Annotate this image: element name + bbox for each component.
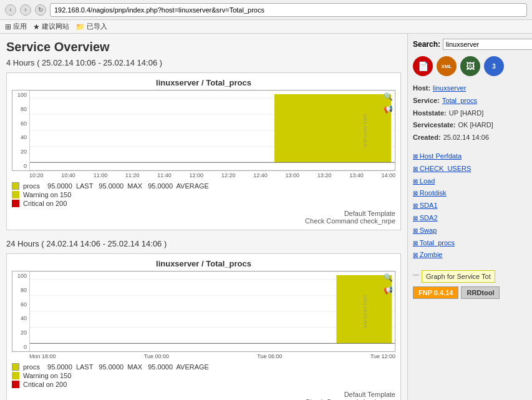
graph1-area: 100 80 60 40 20 0	[12, 90, 395, 171]
host-value[interactable]: linuxserver	[433, 82, 466, 95]
graph1-container: linuxserver / Total_procs 100 80 60 40 2…	[6, 72, 401, 230]
nav-check-users[interactable]: CHECK_USERS	[413, 163, 527, 175]
xml-icon[interactable]: XML	[437, 56, 457, 76]
browser-bar: ‹ › ↻	[0, 0, 532, 20]
sidebar: Search: 📄 XML 🖼 3 Host: linuxserver Serv…	[407, 34, 532, 400]
bookmark-suggestions-label: 建议网站	[42, 22, 69, 31]
pdf-icon[interactable]: 📄	[413, 56, 433, 76]
bookmark-apps-label: 应用	[13, 22, 27, 31]
nav-sda1[interactable]: SDA1	[413, 200, 527, 212]
content-area: Service Overview 4 Hours ( 25.02.14 10:0…	[0, 34, 407, 400]
folder-icon: 📁	[75, 22, 85, 31]
service-row: Service: Total_procs	[413, 95, 527, 107]
bookmark-suggestions[interactable]: ★ 建议网站	[33, 22, 69, 31]
refresh-button[interactable]: ↻	[35, 4, 46, 16]
graph2-y-axis: 100 80 60 40 20 0	[12, 271, 30, 351]
legend2-color-procs	[12, 363, 19, 371]
speaker2-icon[interactable]: 📢	[383, 286, 393, 296]
nav-zombie[interactable]: Zombie	[413, 249, 527, 261]
critical2-color	[12, 381, 19, 388]
host-label: Host:	[413, 82, 430, 95]
graph-service-tooltip: Graph for Service Tot	[422, 270, 495, 283]
address-bar[interactable]	[50, 3, 527, 17]
graph2-legend: procs 95.0000 LAST 95.0000 MAX 95.0000 A…	[12, 363, 395, 388]
apps-icon: ⊞	[5, 22, 11, 31]
graph1-icons[interactable]: 🔍 📢	[383, 92, 393, 115]
fnp-button[interactable]: FNP 0.4.14	[413, 286, 458, 299]
nav-swap[interactable]: Swap	[413, 225, 527, 237]
graph2-warning-row: Warning on 150	[12, 372, 395, 379]
nav-total-procs[interactable]: Total_procs	[413, 237, 527, 250]
graph2-template: Default Template Check Command check_nrp…	[12, 391, 395, 400]
graph2-container: linuxserver / Total_procs 100 80 60 40 2…	[6, 253, 401, 400]
graph1-critical-label: Critical on 200	[23, 200, 67, 207]
servicestate-label: Servicestate:	[413, 119, 456, 132]
icon-row: 📄 XML 🖼 3	[413, 56, 527, 76]
graph1-critical-row: Critical on 200	[12, 200, 395, 207]
svg-rect-5	[274, 94, 391, 162]
zoom-icon[interactable]: 🔍	[383, 92, 393, 102]
graph2-x-axis: Mon 18:00 Tue 00:00 Tue 06:00 Tue 12:00	[12, 352, 395, 359]
forward-button[interactable]: ›	[20, 4, 31, 16]
hoststate-label: Hoststate:	[413, 107, 447, 120]
main-layout: Service Overview 4 Hours ( 25.02.14 10:0…	[0, 34, 532, 400]
graph2-critical-label: Critical on 200	[23, 381, 67, 388]
service-label: Service:	[413, 95, 440, 107]
hoststate-row: Hoststate: UP [HARD]	[413, 107, 527, 120]
graph2-warning-label: Warning on 150	[23, 372, 71, 379]
graph2-side-label: 1001 OUTLIER	[362, 295, 368, 329]
graph1-side-label: 1001 OUTLIER	[362, 114, 368, 148]
graph1-time-label: 4 Hours ( 25.02.14 10:06 - 25.02.14 14:0…	[6, 58, 401, 67]
bookmarks-bar: ⊞ 应用 ★ 建议网站 📁 已导入	[0, 20, 532, 34]
nav-sda2[interactable]: SDA2	[413, 212, 527, 225]
page-title: Service Overview	[6, 40, 401, 54]
search-label: Search:	[413, 40, 440, 49]
graph1-warning-label: Warning on 150	[23, 191, 71, 198]
servicestate-value: OK [HARD]	[458, 119, 493, 132]
graph1-x-axis: 10:20 10:40 11:00 11:20 11:40 12:00 12:2…	[12, 171, 395, 178]
bookmark-imported-label: 已导入	[87, 22, 107, 31]
nav-links: Host Perfdata CHECK_USERS Load Rootdisk …	[413, 150, 527, 261]
graph2-title: linuxserver / Total_procs	[12, 259, 395, 268]
wave-icon: 〰	[413, 272, 419, 279]
bookmark-imported[interactable]: 📁 已导入	[75, 22, 107, 31]
star-icon: ★	[33, 22, 40, 31]
footer-buttons: FNP 0.4.14 RRDtool	[413, 286, 527, 299]
graph1-legend-procs: procs 95.0000 LAST 95.0000 MAX 95.0000 A…	[12, 182, 395, 190]
graph1-legend: procs 95.0000 LAST 95.0000 MAX 95.0000 A…	[12, 182, 395, 207]
rrd-button[interactable]: RRDtool	[461, 286, 500, 299]
legend-color-procs	[12, 182, 19, 190]
img-icon[interactable]: 🖼	[460, 56, 480, 76]
graph2-icons[interactable]: 🔍 📢	[383, 273, 393, 296]
zoom2-icon[interactable]: 🔍	[383, 273, 393, 283]
graph2-inner: 1001 OUTLIER	[30, 271, 395, 351]
warning2-color	[12, 372, 19, 379]
cal-icon[interactable]: 3	[484, 56, 504, 76]
critical-color	[12, 200, 19, 207]
nav-rootdisk[interactable]: Rootdisk	[413, 187, 527, 200]
service-value[interactable]: Total_procs	[442, 95, 477, 107]
speaker-icon[interactable]: 📢	[383, 105, 393, 115]
legend-procs-name: procs	[23, 182, 40, 190]
back-button[interactable]: ‹	[5, 4, 16, 16]
graph2-svg	[30, 271, 395, 351]
search-row: Search:	[413, 39, 527, 50]
legend2-procs-name: procs	[23, 363, 40, 371]
warning-color	[12, 191, 19, 198]
graph1-y-axis: 100 80 60 40 20 0	[12, 90, 30, 170]
nav-load[interactable]: Load	[413, 175, 527, 188]
created-row: Created: 25.02.14 14:06	[413, 132, 527, 144]
graph2-legend-procs: procs 95.0000 LAST 95.0000 MAX 95.0000 A…	[12, 363, 395, 371]
graph2-time-label: 24 Hours ( 24.02.14 14:06 - 25.02.14 14:…	[6, 239, 401, 248]
nav-host-perfdata[interactable]: Host Perfdata	[413, 150, 527, 163]
servicestate-row: Servicestate: OK [HARD]	[413, 119, 527, 132]
hoststate-value: UP [HARD]	[449, 107, 483, 120]
search-input[interactable]	[443, 39, 532, 50]
bookmark-apps[interactable]: ⊞ 应用	[5, 22, 27, 31]
graph2-critical-row: Critical on 200	[12, 381, 395, 388]
graph1-svg	[30, 90, 395, 170]
graph1-inner: 1001 OUTLIER	[30, 90, 395, 170]
graph1-title: linuxserver / Total_procs	[12, 78, 395, 87]
info-section: Host: linuxserver Service: Total_procs H…	[413, 82, 527, 144]
graph2-area: 100 80 60 40 20 0	[12, 271, 395, 352]
